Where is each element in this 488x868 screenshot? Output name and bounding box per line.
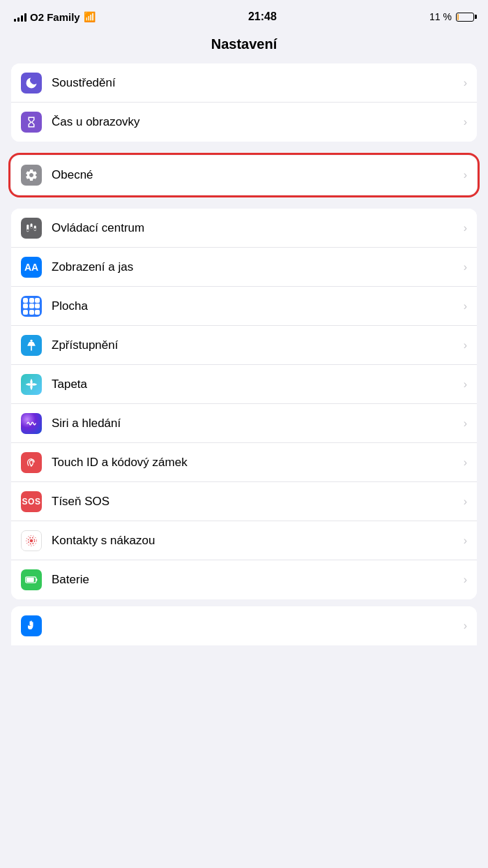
soustredeni-chevron: ›: [464, 77, 467, 89]
kontakty-chevron: ›: [464, 534, 467, 547]
row-obecne[interactable]: Obecné ›: [11, 156, 477, 195]
row-tapeta[interactable]: Tapeta ›: [11, 365, 477, 404]
signal-bar-1: [14, 19, 16, 22]
obecne-chevron: ›: [464, 169, 467, 181]
siri-icon: [21, 413, 42, 434]
sos-chevron: ›: [464, 495, 467, 508]
battery-shape: [456, 13, 474, 22]
battery-fill: [457, 14, 459, 20]
row-soustredeni[interactable]: Soustředění ›: [11, 63, 477, 103]
page-title: Nastavení: [0, 31, 488, 63]
zpristupneni-chevron: ›: [464, 339, 467, 352]
status-bar: O2 Family 📶 21:48 11 %: [0, 0, 488, 31]
kontakty-icon: [21, 530, 42, 551]
touchid-label: Touch ID a kódový zámek: [52, 456, 464, 470]
row-touch-id[interactable]: Touch ID a kódový zámek ›: [11, 443, 477, 482]
svg-point-4: [31, 226, 33, 228]
row-plocha[interactable]: Plocha ›: [11, 287, 477, 326]
siri-chevron: ›: [464, 417, 467, 430]
cas-chevron: ›: [464, 116, 467, 128]
row-ovladaci-centrum[interactable]: Ovládací centrum ›: [11, 209, 477, 248]
battery-icon: [456, 13, 474, 22]
zobrazeni-chevron: ›: [464, 261, 467, 274]
status-right: 11 %: [429, 11, 474, 22]
settings-group-bottom-partial: ›: [11, 606, 477, 645]
battery-percentage: 11 %: [429, 11, 452, 22]
signal-bar-3: [21, 15, 23, 22]
sos-text: SOS: [22, 497, 41, 507]
row-kontakty[interactable]: Kontakty s nákazou ›: [11, 521, 477, 560]
touchid-chevron: ›: [464, 456, 467, 469]
baterie-label: Baterie: [52, 573, 464, 587]
status-left: O2 Family 📶: [14, 11, 96, 23]
wifi-icon: 📶: [84, 11, 96, 22]
cas-label: Čas u obrazovky: [52, 115, 464, 129]
zobrazeni-icon: AA: [21, 257, 42, 278]
soukromi-icon: [21, 615, 42, 636]
zpristupneni-icon: [21, 335, 42, 356]
zobrazeni-label: Zobrazení a jas: [52, 260, 464, 274]
row-cas-u-obrazovky[interactable]: Čas u obrazovky ›: [11, 103, 477, 142]
settings-group-obecne: Obecné ›: [11, 156, 477, 195]
svg-point-5: [34, 228, 36, 230]
ovladaci-chevron: ›: [464, 222, 467, 234]
obecne-icon: [21, 165, 42, 186]
row-siri[interactable]: Siri a hledání ›: [11, 404, 477, 443]
touchid-icon: [21, 452, 42, 473]
row-soukromi[interactable]: ›: [11, 606, 477, 645]
baterie-chevron: ›: [464, 574, 467, 586]
row-baterie[interactable]: Baterie ›: [11, 560, 477, 599]
soustredeni-label: Soustředění: [52, 76, 464, 90]
svg-rect-12: [26, 578, 34, 582]
baterie-icon: [21, 569, 42, 590]
ovladaci-icon: [21, 218, 42, 239]
siri-label: Siri a hledání: [52, 417, 464, 431]
kontakty-label: Kontakty s nákazou: [52, 534, 464, 548]
status-time: 21:48: [248, 10, 277, 23]
plocha-icon: [21, 296, 42, 317]
row-tisen-sos[interactable]: SOS Tíseň SOS ›: [11, 482, 477, 521]
aa-text: AA: [24, 262, 38, 273]
tapeta-chevron: ›: [464, 378, 467, 391]
settings-group-3: Ovládací centrum › AA Zobrazení a jas ›: [11, 209, 477, 599]
svg-point-3: [26, 229, 29, 231]
svg-point-7: [30, 382, 33, 385]
tapeta-label: Tapeta: [52, 377, 464, 391]
plocha-label: Plocha: [52, 299, 464, 313]
soustredeni-icon: [21, 73, 42, 93]
cas-icon: [21, 112, 42, 133]
obecne-label: Obecné: [52, 168, 464, 182]
zpristupneni-label: Zpřístupnění: [52, 338, 464, 352]
carrier-name: O2 Family: [30, 11, 80, 23]
row-zpristupneni[interactable]: Zpřístupnění ›: [11, 326, 477, 365]
svg-point-8: [30, 539, 33, 542]
svg-point-6: [30, 339, 32, 341]
signal-bars: [14, 12, 26, 22]
ovladaci-label: Ovládací centrum: [52, 221, 464, 235]
settings-group-1: Soustředění › Čas u obrazovky ›: [11, 63, 477, 142]
svg-rect-13: [36, 578, 38, 581]
sos-label: Tíseň SOS: [52, 495, 464, 509]
sos-icon: SOS: [21, 491, 42, 512]
tapeta-icon: [21, 374, 42, 395]
soukromi-chevron: ›: [464, 620, 467, 632]
plocha-chevron: ›: [464, 300, 467, 313]
signal-bar-2: [17, 17, 20, 22]
signal-bar-4: [24, 13, 26, 22]
row-zobrazeni[interactable]: AA Zobrazení a jas ›: [11, 248, 477, 287]
